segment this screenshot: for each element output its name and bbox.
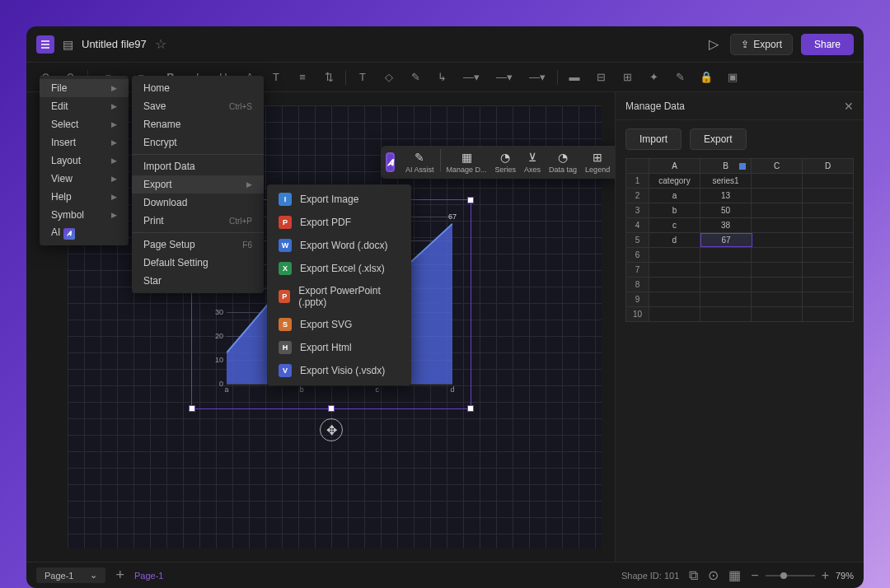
- table-cell[interactable]: [803, 174, 853, 188]
- resize-handle[interactable]: [189, 405, 195, 412]
- ctx-axes[interactable]: ⊻Axes: [520, 149, 545, 175]
- table-cell[interactable]: [649, 307, 700, 321]
- menu-item-ai[interactable]: AI 𝘼: [40, 224, 129, 242]
- group-icon[interactable]: ▣: [723, 68, 742, 87]
- table-cell[interactable]: [700, 278, 752, 292]
- layers-icon[interactable]: ⧉: [689, 568, 698, 583]
- export-export-html[interactable]: HExport Html: [267, 336, 411, 359]
- ctx-series[interactable]: ◔Series: [491, 149, 521, 175]
- arrow-start[interactable]: —▾: [491, 68, 518, 87]
- zoom-control[interactable]: − + 79%: [751, 568, 854, 583]
- menu-item-star[interactable]: Star: [132, 272, 264, 290]
- table-cell[interactable]: [803, 189, 853, 203]
- data-table[interactable]: ABCD1categoryseries12a133b504c385d676789…: [625, 158, 854, 322]
- table-cell[interactable]: [803, 263, 853, 277]
- table-cell[interactable]: category: [649, 174, 700, 188]
- table-cell[interactable]: 67: [700, 233, 752, 247]
- menu-item-view[interactable]: View▶: [40, 170, 129, 188]
- play-icon[interactable]: ▷: [705, 33, 722, 55]
- row-header[interactable]: 2: [626, 189, 649, 203]
- col-header[interactable]: B: [700, 159, 752, 173]
- align-icon[interactable]: ≡: [293, 68, 312, 87]
- col-header[interactable]: A: [649, 159, 700, 173]
- star-icon[interactable]: ☆: [155, 36, 166, 52]
- menu-item-layout[interactable]: Layout▶: [40, 152, 129, 170]
- export-export-image[interactable]: IExport Image: [267, 188, 411, 211]
- table-cell[interactable]: [752, 218, 803, 232]
- menu-button[interactable]: [36, 35, 54, 54]
- table-cell[interactable]: [752, 278, 803, 292]
- menu-item-file[interactable]: File▶: [40, 79, 129, 97]
- shape-tool-icon[interactable]: ◇: [379, 68, 399, 87]
- menu-item-import-data[interactable]: Import Data: [132, 157, 264, 175]
- ctx-data-tag[interactable]: ◔Data tag: [545, 149, 581, 175]
- table-cell[interactable]: [752, 292, 803, 306]
- lock-icon[interactable]: 🔒: [696, 68, 716, 87]
- pen-tool-icon[interactable]: ✎: [405, 68, 425, 87]
- menu-item-insert[interactable]: Insert▶: [40, 133, 129, 152]
- menu-item-select[interactable]: Select▶: [40, 115, 129, 133]
- share-button[interactable]: Share: [801, 34, 854, 55]
- text-tool-icon[interactable]: T: [353, 68, 372, 87]
- table-cell[interactable]: 38: [700, 218, 752, 232]
- table-cell[interactable]: [803, 203, 853, 217]
- row-header[interactable]: 3: [626, 203, 649, 217]
- table-cell[interactable]: c: [649, 218, 700, 232]
- table-cell[interactable]: [700, 263, 752, 277]
- zoom-slider[interactable]: [766, 575, 815, 576]
- line-style[interactable]: —▾: [458, 68, 485, 87]
- export-export-powerpoint-pptx-[interactable]: PExport PowerPoint (.pptx): [267, 280, 411, 313]
- export-export-excel-xlsx-[interactable]: XExport Excel (.xlsx): [267, 257, 411, 280]
- close-icon[interactable]: ✕: [844, 100, 854, 113]
- page-tab[interactable]: Page-1: [134, 571, 163, 581]
- export-export-pdf[interactable]: PExport PDF: [267, 211, 411, 234]
- table-cell[interactable]: [649, 248, 700, 262]
- row-header[interactable]: 1: [626, 174, 649, 188]
- table-cell[interactable]: [803, 218, 853, 232]
- menu-item-symbol[interactable]: Symbol▶: [40, 206, 129, 224]
- menu-item-encrypt[interactable]: Encrypt: [132, 133, 264, 152]
- table-cell[interactable]: [700, 307, 752, 321]
- ctx-manage-d-[interactable]: ▦Manage D...: [443, 149, 491, 175]
- table-cell[interactable]: [752, 174, 803, 188]
- menu-item-print[interactable]: PrintCtrl+P: [132, 212, 264, 230]
- table-cell[interactable]: [752, 307, 803, 321]
- row-header[interactable]: 4: [626, 218, 649, 232]
- table-cell[interactable]: series1: [700, 174, 752, 188]
- table-cell[interactable]: 50: [700, 203, 752, 217]
- col-header[interactable]: D: [803, 159, 853, 173]
- menu-item-download[interactable]: Download: [132, 194, 264, 212]
- export-export-svg[interactable]: SExport SVG: [267, 313, 411, 336]
- table-cell[interactable]: [700, 292, 752, 306]
- connector-icon[interactable]: ↳: [432, 68, 452, 87]
- table-cell[interactable]: [752, 248, 803, 262]
- export-export-visio-vsdx-[interactable]: VExport Visio (.vsdx): [267, 359, 411, 382]
- locate-icon[interactable]: ⊙: [708, 567, 719, 583]
- table-cell[interactable]: 13: [700, 189, 752, 203]
- col-header[interactable]: C: [752, 159, 803, 173]
- menu-item-rename[interactable]: Rename: [132, 115, 264, 133]
- ctx-ai-assist[interactable]: ✎AI Assist: [401, 149, 438, 175]
- export-data-button[interactable]: Export: [690, 128, 747, 150]
- table-cell[interactable]: [649, 263, 700, 277]
- lineheight-icon[interactable]: ⇅: [319, 68, 339, 87]
- table-cell[interactable]: [803, 233, 853, 247]
- menu-item-save[interactable]: SaveCtrl+S: [132, 97, 264, 115]
- zoom-in-icon[interactable]: +: [822, 568, 829, 583]
- fill-icon[interactable]: ▬: [564, 68, 584, 87]
- table-cell[interactable]: [803, 278, 853, 292]
- row-header[interactable]: 6: [626, 248, 649, 262]
- row-header[interactable]: 9: [626, 292, 649, 306]
- move-handle[interactable]: ✥: [320, 418, 343, 441]
- menu-item-export[interactable]: Export▶: [132, 175, 264, 194]
- table-cell[interactable]: [700, 248, 752, 262]
- row-header[interactable]: 5: [626, 233, 649, 247]
- grid-icon[interactable]: ▦: [728, 567, 741, 583]
- table-cell[interactable]: [752, 233, 803, 247]
- resize-handle[interactable]: [328, 405, 335, 412]
- export-export-word-docx-[interactable]: WExport Word (.docx): [267, 234, 411, 257]
- row-header[interactable]: 8: [626, 278, 649, 292]
- table-cell[interactable]: [803, 307, 853, 321]
- page-select[interactable]: Page-1⌄: [36, 567, 105, 583]
- distribute-icon[interactable]: ⊞: [617, 68, 637, 87]
